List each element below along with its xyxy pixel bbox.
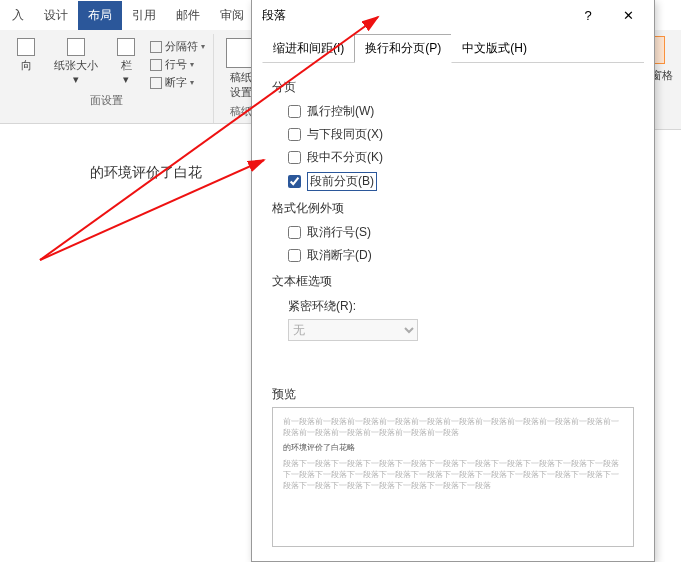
page-break-before-row[interactable]: 段前分页(B)	[288, 172, 634, 191]
manuscript-label: 稿纸 设置	[230, 70, 252, 100]
page-break-before-label: 段前分页(B)	[307, 172, 377, 191]
line-numbers-label: 行号	[165, 57, 187, 72]
dialog-body: 分页 孤行控制(W) 与下段同页(X) 段中不分页(K) 段前分页(B) 格式化…	[252, 63, 654, 561]
dialog-tab-pagination[interactable]: 换行和分页(P)	[354, 34, 452, 63]
tab-insert[interactable]: 入	[2, 1, 34, 30]
tab-layout[interactable]: 布局	[78, 1, 122, 30]
dialog-close-button[interactable]: ✕	[610, 3, 646, 27]
breaks-button[interactable]: 分隔符▾	[148, 38, 207, 55]
hyphenation-label: 断字	[165, 75, 187, 90]
page-size-button[interactable]: 纸张大小 ▾	[48, 36, 104, 91]
preview-box: 前一段落前一段落前一段落前一段落前一段落前一段落前一段落前一段落前一段落前一段落…	[272, 407, 634, 547]
suppress-line-numbers-row[interactable]: 取消行号(S)	[288, 224, 634, 241]
columns-button[interactable]: 栏 ▾	[106, 36, 146, 91]
breaks-icon	[150, 41, 162, 53]
dialog-tab-asian[interactable]: 中文版式(H)	[451, 34, 538, 63]
no-hyphenation-label: 取消断字(D)	[307, 247, 372, 264]
line-numbers-icon	[150, 59, 162, 71]
chevron-down-icon: ▾	[190, 60, 194, 69]
keep-with-next-label: 与下段同页(X)	[307, 126, 383, 143]
section-textbox-options: 文本框选项	[272, 273, 634, 290]
suppress-line-numbers-checkbox[interactable]	[288, 226, 301, 239]
no-hyphenation-checkbox[interactable]	[288, 249, 301, 262]
widow-control-label: 孤行控制(W)	[307, 103, 374, 120]
orientation-label: 向	[21, 58, 32, 73]
breaks-label: 分隔符	[165, 39, 198, 54]
page-size-icon	[67, 38, 85, 56]
dialog-help-button[interactable]: ?	[570, 3, 606, 27]
orientation-button[interactable]: 向	[6, 36, 46, 91]
section-pagination: 分页	[272, 79, 634, 96]
document-text: 的环境评价了白花	[90, 164, 202, 182]
columns-icon	[117, 38, 135, 56]
preview-before-text: 前一段落前一段落前一段落前一段落前一段落前一段落前一段落前一段落前一段落前一段落…	[283, 416, 623, 438]
section-formatting-exceptions: 格式化例外项	[272, 200, 634, 217]
no-hyphenation-row[interactable]: 取消断字(D)	[288, 247, 634, 264]
keep-with-next-row[interactable]: 与下段同页(X)	[288, 126, 634, 143]
dialog-tab-indent[interactable]: 缩进和间距(I)	[262, 34, 355, 63]
hyphenation-icon	[150, 77, 162, 89]
page-size-label: 纸张大小	[54, 58, 98, 73]
hyphenation-button[interactable]: 断字▾	[148, 74, 207, 91]
tight-wrap-select[interactable]: 无	[288, 319, 418, 341]
dialog-titlebar: 段落 ? ✕	[252, 0, 654, 30]
chevron-down-icon: ▾	[73, 73, 79, 86]
line-numbers-button[interactable]: 行号▾	[148, 56, 207, 73]
columns-label: 栏	[121, 58, 132, 73]
tab-review[interactable]: 审阅	[210, 1, 254, 30]
preview-after-text: 段落下一段落下一段落下一段落下一段落下一段落下一段落下一段落下一段落下一段落下一…	[283, 458, 623, 492]
keep-lines-together-checkbox[interactable]	[288, 151, 301, 164]
preview-main-text: 的环境评价了白花略	[283, 442, 623, 453]
widow-control-checkbox[interactable]	[288, 105, 301, 118]
tight-wrap-label: 紧密环绕(R):	[288, 298, 634, 315]
orientation-icon	[17, 38, 35, 56]
keep-lines-together-label: 段中不分页(K)	[307, 149, 383, 166]
widow-control-row[interactable]: 孤行控制(W)	[288, 103, 634, 120]
chevron-down-icon: ▾	[123, 73, 129, 86]
chevron-down-icon: ▾	[190, 78, 194, 87]
tab-mailings[interactable]: 邮件	[166, 1, 210, 30]
keep-with-next-checkbox[interactable]	[288, 128, 301, 141]
tab-design[interactable]: 设计	[34, 1, 78, 30]
keep-lines-together-row[interactable]: 段中不分页(K)	[288, 149, 634, 166]
suppress-line-numbers-label: 取消行号(S)	[307, 224, 371, 241]
preview-label: 预览	[272, 386, 634, 403]
manuscript-group-label: 稿纸	[230, 104, 252, 119]
paragraph-dialog: 段落 ? ✕ 缩进和间距(I) 换行和分页(P) 中文版式(H) 分页 孤行控制…	[251, 0, 655, 562]
page-setup-group-label: 面设置	[90, 93, 123, 108]
page-break-before-checkbox[interactable]	[288, 175, 301, 188]
dialog-tabs: 缩进和间距(I) 换行和分页(P) 中文版式(H)	[252, 30, 654, 63]
chevron-down-icon: ▾	[201, 42, 205, 51]
tab-references[interactable]: 引用	[122, 1, 166, 30]
dialog-title-text: 段落	[262, 7, 286, 24]
